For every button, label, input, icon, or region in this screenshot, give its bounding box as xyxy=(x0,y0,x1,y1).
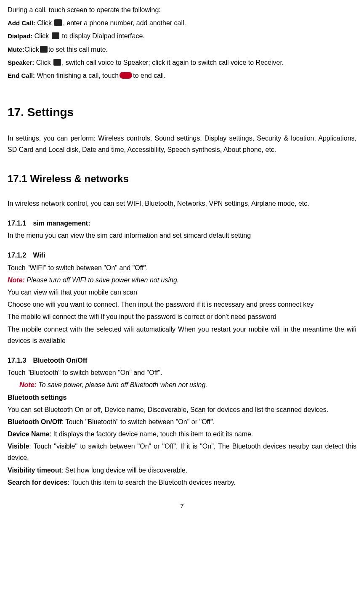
mute-icon xyxy=(40,46,48,53)
def-speaker-post: , switch call voice to Speaker; click it… xyxy=(62,59,284,66)
wifi-auto-text: The mobile connect with the selected wif… xyxy=(8,324,356,346)
def-mute-post: to set this call mute. xyxy=(48,46,108,53)
def-mute: Mute:Clickto set this call mute. xyxy=(8,44,356,55)
def-dialpad-pre: Click xyxy=(32,32,51,40)
heading-17: 17. Settings xyxy=(8,102,356,122)
bt-settings-heading: Bluetooth settings xyxy=(8,392,356,403)
title-17-1-1: sim management: xyxy=(33,220,90,227)
def-add-call-label: Add Call: xyxy=(8,19,35,27)
def-end-call-pre: When finishing a call, touch xyxy=(35,72,119,79)
wifi-choose-text: Choose one wifi you want to connect. The… xyxy=(8,299,356,310)
bt-search-label: Search for devices xyxy=(8,479,67,486)
heading-17-1-2: 17.1.2 Wifi xyxy=(8,250,356,261)
para-17-1-intro: In wireless network control, you can set… xyxy=(8,198,356,209)
bt-toggle-text: Touch "Bluetooth" to switch between "On"… xyxy=(8,367,356,378)
heading-17-1: 17.1 Wireless & networks xyxy=(8,170,356,188)
bt-devicename-label: Device Name xyxy=(8,430,50,438)
bt-search-body: : Touch this item to search the Bluetoot… xyxy=(67,479,236,486)
def-speaker: Speaker: Click , switch call voice to Sp… xyxy=(8,57,356,68)
speaker-icon xyxy=(53,59,61,66)
def-dialpad-label: Dialpad: xyxy=(8,32,32,40)
num-17-1-2: 17.1.2 xyxy=(8,250,31,261)
def-dialpad: Dialpad: Click to display Dialpad interf… xyxy=(8,30,356,42)
bt-visible-row: Visible: Touch "visible" to switch betwe… xyxy=(8,441,356,463)
def-dialpad-post: to display Dialpad interface. xyxy=(60,32,145,40)
bt-search-row: Search for devices: Touch this item to s… xyxy=(8,477,356,488)
title-17-1-2: Wifi xyxy=(33,252,45,259)
bt-visible-label: Visible xyxy=(8,443,29,450)
para-17-intro: In settings, you can perform: Wireless c… xyxy=(8,133,356,155)
def-end-call-post: to end call. xyxy=(133,72,165,79)
def-add-call-post: , enter a phone number, add another call… xyxy=(63,19,186,27)
wifi-note: Note: Please turn off WIFI to save power… xyxy=(8,274,356,286)
def-mute-label: Mute: xyxy=(8,46,24,53)
body-17-1-1: In the menu you can view the sim card in… xyxy=(8,230,356,241)
def-speaker-label: Speaker: xyxy=(8,59,34,66)
note-body: Please turn off WIFI to save power when … xyxy=(25,276,179,284)
bt-devicename-row: Device Name: It displays the factory dev… xyxy=(8,428,356,440)
dialpad-icon xyxy=(52,32,59,39)
bt-devicename-body: : It displays the factory device name, t… xyxy=(50,430,253,438)
bt-onoff-label: Bluetooth On/Off xyxy=(8,418,62,425)
wifi-connect-text: The mobile wil connect the wifi If you i… xyxy=(8,311,356,322)
add-call-icon xyxy=(54,19,62,26)
end-call-icon xyxy=(120,72,132,79)
title-17-1-3: Bluetooth On/Off xyxy=(33,357,87,364)
num-17-1-3: 17.1.3 xyxy=(8,355,31,366)
bt-onoff-row: Bluetooth On/Off: Touch "Bluetooth" to s… xyxy=(8,416,356,427)
def-end-call: End Call: When finishing a call, touchto… xyxy=(8,70,356,81)
num-17-1-1: 17.1.1 xyxy=(8,218,31,229)
bt-settings-text: You can set Bluetooth On or off, Device … xyxy=(8,404,356,415)
bt-visibility-timeout-row: Visibility timeout: Set how long device … xyxy=(8,465,356,476)
note-body-bt: To save power, please turn off Bluetooth… xyxy=(37,381,207,388)
wifi-toggle-text: Touch "WIFI" to switch between "On" and … xyxy=(8,262,356,273)
heading-17-1-3: 17.1.3 Bluetooth On/Off xyxy=(8,355,356,366)
def-add-call: Add Call: Click , enter a phone number, … xyxy=(8,17,356,29)
def-speaker-pre: Click xyxy=(34,59,53,66)
bt-visible-body: : Touch "visible" to switch between "On"… xyxy=(8,443,356,461)
bt-note: Note: To save power, please turn off Blu… xyxy=(19,379,356,390)
def-add-call-pre: Click xyxy=(35,19,54,27)
heading-17-1-1: 17.1.1 sim management: xyxy=(8,218,356,229)
bt-visibility-timeout-body: : Set how long device will be discoverab… xyxy=(61,467,188,474)
bt-visibility-timeout-label: Visibility timeout xyxy=(8,467,61,474)
def-end-call-label: End Call: xyxy=(8,72,35,79)
call-intro: During a call, touch screen to operate t… xyxy=(8,4,356,16)
bt-onoff-body: : Touch "Bluetooth" to switch between "O… xyxy=(62,418,215,425)
wifi-scan-text: You can view wifi that your mobile can s… xyxy=(8,287,356,298)
note-label: Note: xyxy=(8,276,25,284)
page-number: 7 xyxy=(8,501,356,512)
note-label-bt: Note: xyxy=(19,381,37,388)
def-mute-pre: Click xyxy=(24,46,39,53)
